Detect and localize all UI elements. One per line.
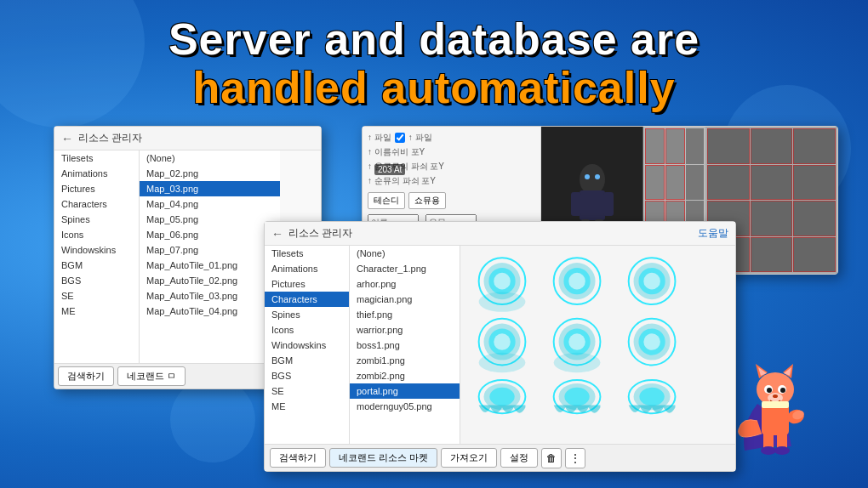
back-file-6[interactable]: Map_07.png xyxy=(140,242,280,258)
front-file-portal[interactable]: portal.png xyxy=(350,383,460,399)
back-cat-spines[interactable]: Spines xyxy=(54,212,139,227)
svg-point-77 xyxy=(767,388,772,393)
front-delete-btn[interactable]: 🗑 xyxy=(541,448,562,468)
svg-point-50 xyxy=(479,353,526,372)
front-cat-se[interactable]: SE xyxy=(265,383,349,399)
svg-point-37 xyxy=(479,292,526,311)
front-file-modernguy[interactable]: modernguy05.png xyxy=(350,399,460,414)
svg-rect-83 xyxy=(762,401,789,408)
panel-front-title: 리소스 관리자 xyxy=(288,226,352,241)
svg-point-49 xyxy=(494,333,511,350)
front-cat-icons[interactable]: Icons xyxy=(265,322,349,338)
back-cat-tilesets[interactable]: Tilesets xyxy=(54,150,139,166)
back-cat-icons[interactable]: Icons xyxy=(54,227,139,242)
back-marketplace-btn[interactable]: 네코랜드 ㅁ xyxy=(117,366,186,386)
title-line2: handled automatically xyxy=(0,64,868,112)
front-cat-windowskins[interactable]: Windowskins xyxy=(265,338,349,353)
front-cat-tilesets[interactable]: Tilesets xyxy=(265,246,349,261)
back-cat-characters[interactable]: Characters xyxy=(54,196,139,212)
btn-tesn[interactable]: 테슨디 xyxy=(368,192,405,209)
back-cat-pictures[interactable]: Pictures xyxy=(54,181,139,196)
panel-back-title: 리소스 관리자 xyxy=(78,131,142,145)
sprite-row-1 xyxy=(645,128,704,164)
svg-point-78 xyxy=(780,388,785,393)
svg-point-62 xyxy=(489,388,514,406)
front-file-none[interactable]: (None) xyxy=(350,246,460,261)
svg-point-68 xyxy=(639,388,664,406)
svg-point-31 xyxy=(595,174,600,179)
svg-rect-25 xyxy=(580,190,605,220)
back-arrow-icon[interactable]: ← xyxy=(61,132,73,145)
back-cat-me[interactable]: ME xyxy=(54,304,139,319)
back-file-10[interactable]: Map_AutoTile_04.png xyxy=(140,304,280,319)
front-file-arhor[interactable]: arhor.png xyxy=(350,276,460,292)
title-line1: Server and database are xyxy=(0,15,868,64)
panel-back-titlebar: ← 리소스 관리자 xyxy=(54,127,321,150)
front-more-btn[interactable]: ⋮ xyxy=(565,448,585,468)
control-row-1: ↑ 파일 ↑ 파일 xyxy=(368,132,535,144)
btn-show[interactable]: 쇼뮤용 xyxy=(408,192,446,209)
svg-point-45 xyxy=(643,273,660,290)
front-file-magician[interactable]: magician.png xyxy=(350,292,460,307)
svg-point-59 xyxy=(643,333,660,350)
front-back-arrow-icon[interactable]: ← xyxy=(271,227,283,241)
front-category-list: Tilesets Animations Pictures Characters … xyxy=(265,246,350,447)
back-cat-animations[interactable]: Animations xyxy=(54,166,139,181)
svg-point-80 xyxy=(773,394,778,398)
ctrl-check-1[interactable] xyxy=(395,133,405,143)
back-file-list: (None) Map_02.png Map_03.png Map_04.png … xyxy=(140,150,280,389)
deco-circle-3 xyxy=(170,377,255,462)
back-file-9[interactable]: Map_AutoTile_03.png xyxy=(140,288,280,304)
back-file-8[interactable]: Map_AutoTile_02.png xyxy=(140,273,280,288)
back-file-5[interactable]: Map_06.png xyxy=(140,227,280,242)
front-file-boss1[interactable]: boss1.png xyxy=(350,338,460,353)
front-file-zombi2[interactable]: zombi2.png xyxy=(350,368,460,383)
front-toolbar: 검색하기 네코랜드 리소스 마켓 가져오기 설정 🗑 ⋮ xyxy=(265,444,735,471)
front-file-zombi1[interactable]: zombi1.png xyxy=(350,353,460,368)
front-cat-me[interactable]: ME xyxy=(265,399,349,414)
back-category-list: Tilesets Animations Pictures Characters … xyxy=(54,150,140,389)
back-file-3[interactable]: Map_04.png xyxy=(140,196,280,212)
front-cat-characters[interactable]: Characters xyxy=(265,292,349,307)
back-cat-se[interactable]: SE xyxy=(54,288,139,304)
front-file-list: (None) Character_1.png arhor.png magicia… xyxy=(350,246,460,447)
back-cat-bgm[interactable]: BGM xyxy=(54,258,139,273)
front-cat-bgs[interactable]: BGS xyxy=(265,368,349,383)
back-cat-bgs[interactable]: BGS xyxy=(54,273,139,288)
back-cat-windowskins[interactable]: Windowskins xyxy=(54,242,139,258)
panel-char-manager: ← 리소스 관리자 도움말 Tilesets Animations Pictur… xyxy=(264,221,736,472)
back-search-btn[interactable]: 검색하기 xyxy=(58,366,114,386)
svg-point-87 xyxy=(774,446,790,455)
svg-point-41 xyxy=(568,273,585,290)
more-icon: ⋮ xyxy=(570,452,580,464)
back-file-2[interactable]: Map_03.png xyxy=(140,181,280,196)
front-cat-pictures[interactable]: Pictures xyxy=(265,276,349,292)
front-cat-animations[interactable]: Animations xyxy=(265,261,349,276)
control-row-4: ↑ 순뮤의 파쇠 포Y xyxy=(368,175,535,187)
front-search-btn[interactable]: 검색하기 xyxy=(270,448,326,468)
sprite-bottom-btns: 테슨디 쇼뮤용 xyxy=(368,192,535,209)
back-file-7[interactable]: Map_AutoTile_01.png xyxy=(140,258,280,273)
panel-front-titlebar: ← 리소스 관리자 도움말 xyxy=(265,222,735,246)
svg-rect-26 xyxy=(571,192,581,216)
trash-icon: 🗑 xyxy=(546,452,557,464)
fox-svg xyxy=(732,357,825,468)
svg-point-55 xyxy=(554,353,601,372)
front-marketplace-btn[interactable]: 네코랜드 리소스 마켓 xyxy=(329,448,437,468)
ctrl-val-1: ↑ 파일 xyxy=(408,132,432,144)
front-file-char1[interactable]: Character_1.png xyxy=(350,261,460,276)
front-cat-bgm[interactable]: BGM xyxy=(265,353,349,368)
help-btn[interactable]: 도움말 xyxy=(698,226,728,241)
svg-point-30 xyxy=(585,174,590,179)
front-cat-spines[interactable]: Spines xyxy=(265,307,349,322)
front-file-thief[interactable]: thief.png xyxy=(350,307,460,322)
back-file-4[interactable]: Map_05.png xyxy=(140,212,280,227)
ctrl-label-2: ↑ 이름쉬비 포Y xyxy=(368,146,425,158)
back-file-none[interactable]: (None) xyxy=(140,150,280,166)
fox-character xyxy=(732,357,825,471)
front-file-warrior[interactable]: warrior.png xyxy=(350,322,460,338)
front-import-btn[interactable]: 가져오기 xyxy=(441,448,497,468)
back-file-1[interactable]: Map_02.png xyxy=(140,166,280,181)
front-settings-btn[interactable]: 설정 xyxy=(500,448,538,468)
control-row-2: ↑ 이름쉬비 포Y xyxy=(368,146,535,158)
